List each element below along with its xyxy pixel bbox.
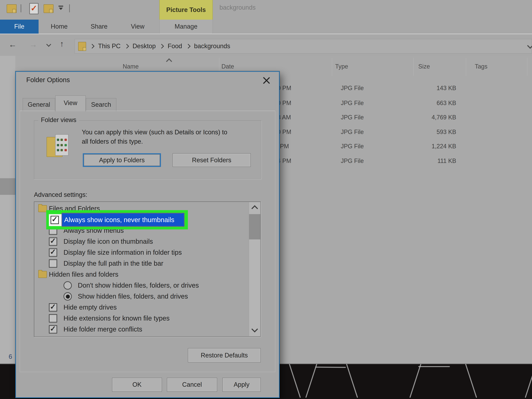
column-separator[interactable]	[527, 58, 527, 76]
quick-access-folder-icon[interactable]	[7, 4, 17, 13]
address-toolbar: ← → ↑ This PC Desktop Food backgrounds	[0, 34, 532, 56]
column-header-tags[interactable]: Tags	[475, 62, 488, 71]
list-item-radio[interactable]: Show hidden files, folders, and drives	[34, 291, 247, 302]
reset-folders-button[interactable]: Reset Folders	[173, 153, 251, 167]
file-date: 0 PM	[277, 127, 330, 137]
tab-share[interactable]: Share	[85, 20, 113, 34]
checkbox-checked-icon[interactable]: ✓	[51, 216, 59, 224]
up-arrow-icon[interactable]: ↑	[60, 40, 64, 48]
sort-ascending-chevron-icon	[166, 58, 172, 64]
navigation-scrollbar-thumb[interactable]	[0, 178, 15, 195]
radio-selected-icon[interactable]	[63, 292, 72, 301]
breadcrumb-backgrounds[interactable]: backgrounds	[194, 43, 230, 50]
list-scrollbar[interactable]	[249, 202, 260, 336]
list-item-checkbox[interactable]: ✓ Hide folder merge conflicts	[34, 324, 247, 335]
list-item-checkbox[interactable]: Hide extensions for known file types	[34, 313, 247, 324]
file-type: JPG File	[341, 142, 394, 151]
file-size: 663 KB	[410, 98, 456, 108]
checkbox-unchecked-icon[interactable]	[49, 259, 57, 268]
customize-quick-access-arrow-icon[interactable]	[58, 6, 64, 10]
checkbox-checked-icon[interactable]: ✓	[49, 237, 57, 246]
separator	[69, 4, 70, 12]
file-type: JPG File	[341, 156, 394, 165]
breadcrumb-this-pc[interactable]: This PC	[98, 43, 120, 50]
breadcrumb-chevron-icon[interactable]	[124, 44, 129, 49]
cancel-button[interactable]: Cancel	[167, 378, 217, 392]
file-date: PM	[280, 142, 333, 151]
tab-view[interactable]: View	[124, 20, 152, 34]
file-size: 4,769 KB	[410, 113, 456, 122]
file-size: 143 KB	[410, 83, 456, 93]
address-bar[interactable]: This PC Desktop Food backgrounds	[75, 39, 532, 54]
tab-file[interactable]: File	[0, 20, 38, 34]
tab-home[interactable]: Home	[45, 20, 73, 34]
checkbox-unchecked-icon[interactable]	[49, 314, 57, 323]
column-separator[interactable]	[332, 58, 332, 76]
file-date: 0 PM	[277, 83, 330, 93]
breadcrumb-food[interactable]: Food	[168, 43, 182, 50]
checkbox-checked-icon[interactable]: ✓	[49, 303, 57, 311]
screenshot-stage: ✓ Picture Tools backgrounds File Home Sh…	[0, 0, 532, 399]
back-arrow-icon[interactable]: ←	[9, 40, 17, 49]
list-item-group[interactable]: Hidden files and folders	[34, 269, 247, 280]
folder-views-description-line1: You can apply this view (such as Details…	[82, 128, 227, 137]
list-item-checkbox[interactable]: Display the full path in the title bar	[34, 258, 247, 269]
file-date: 0 PM	[277, 98, 330, 108]
tab-view[interactable]: View	[55, 95, 86, 111]
details-view-icon	[55, 134, 69, 156]
annotation-highlight-box: ✓ Always show icons, never thumbnails	[46, 210, 188, 229]
navigation-pane-strip	[0, 56, 15, 364]
ok-button[interactable]: OK	[112, 378, 162, 392]
ribbon-bar: ✓ Picture Tools backgrounds File Home Sh…	[0, 0, 532, 34]
status-bar-item-count: 6	[9, 353, 12, 361]
file-size: 1,224 KB	[410, 142, 456, 151]
list-item-checkbox[interactable]: ✓ Display file icon on thumbnails	[34, 236, 247, 247]
column-header-type[interactable]: Type	[335, 62, 348, 71]
tab-general[interactable]: General	[23, 98, 55, 111]
column-separator[interactable]	[466, 58, 466, 76]
window-title: backgrounds	[219, 4, 256, 11]
address-folder-icon	[78, 42, 86, 51]
picture-tools-contextual-tab[interactable]: Picture Tools	[159, 0, 213, 20]
list-item-checkbox[interactable]: ✓ Hide empty drives	[34, 302, 247, 313]
file-size: 593 KB	[410, 127, 456, 137]
tab-manage[interactable]: Manage	[160, 20, 212, 34]
quick-access-properties-icon[interactable]: ✓	[29, 3, 38, 14]
column-header-name[interactable]: Name	[123, 62, 139, 71]
checkbox-checked-icon[interactable]: ✓	[49, 248, 57, 257]
restore-defaults-button[interactable]: Restore Defaults	[188, 348, 261, 362]
scroll-up-button[interactable]	[249, 202, 260, 213]
breadcrumb-desktop[interactable]: Desktop	[133, 43, 156, 50]
tab-search[interactable]: Search	[86, 98, 116, 111]
radio-unselected-icon[interactable]	[63, 281, 72, 290]
file-date: 8 AM	[277, 113, 330, 122]
apply-button[interactable]: Apply	[222, 378, 261, 392]
scrollbar-thumb[interactable]	[249, 214, 260, 239]
folder-views-legend: Folder views	[38, 116, 79, 124]
folder-icon	[38, 271, 47, 278]
column-separator[interactable]	[413, 58, 414, 76]
list-item-checkbox[interactable]: ✓ Display file size information in folde…	[34, 247, 247, 258]
ribbon-tabs: File Home Share View Manage	[0, 20, 532, 34]
column-header-date[interactable]: Date	[222, 62, 234, 71]
apply-to-folders-button[interactable]: Apply to Folders	[83, 153, 161, 167]
separator	[21, 4, 21, 12]
dialog-title: Folder Options	[26, 76, 70, 84]
advanced-settings-list[interactable]: Files and Folders Always show menus ✓ Di…	[34, 202, 261, 337]
file-type: JPG File	[341, 113, 394, 122]
list-item-radio[interactable]: Don't show hidden files, folders, or dri…	[34, 280, 247, 291]
selected-list-item[interactable]: Always show icons, never thumbnails	[62, 213, 184, 227]
tab-manage-container: Manage	[159, 20, 213, 34]
column-header-size[interactable]: Size	[418, 62, 430, 71]
scroll-down-button[interactable]	[249, 325, 260, 336]
recent-locations-chevron-icon[interactable]	[46, 42, 51, 47]
forward-arrow-icon[interactable]: →	[29, 40, 37, 49]
file-type: JPG File	[341, 127, 394, 137]
folder-icon	[38, 205, 47, 212]
breadcrumb-chevron-icon	[90, 44, 95, 49]
breadcrumb-chevron-icon[interactable]	[186, 44, 190, 49]
close-icon[interactable]	[261, 75, 272, 86]
quick-access-new-folder-icon[interactable]	[44, 4, 54, 13]
checkbox-checked-icon[interactable]: ✓	[49, 325, 57, 334]
breadcrumb-chevron-icon[interactable]	[159, 44, 164, 49]
